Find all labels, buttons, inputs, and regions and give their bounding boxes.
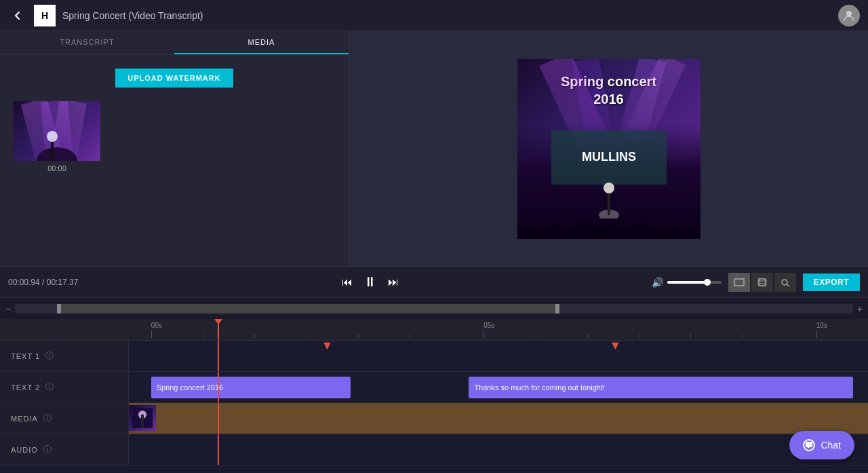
tab-media[interactable]: MEDIA <box>174 31 349 54</box>
ruler-label-0s: 00s <box>151 322 162 329</box>
volume-icon: 🔊 <box>652 277 663 288</box>
media-content[interactable] <box>129 403 868 434</box>
svg-rect-7 <box>608 191 610 215</box>
row-label-audio: AUDIO ⓘ <box>0 434 129 465</box>
svg-point-8 <box>604 183 614 193</box>
timeline-row-media: MEDIA ⓘ <box>0 403 868 434</box>
ruler-label-5s: 05s <box>484 322 494 329</box>
svg-rect-9 <box>734 279 744 286</box>
total-time: 00:17.37 <box>47 278 79 287</box>
timeline-row-text2: TEXT 2 ⓘ Spring concert 2016 Thanks so m… <box>0 372 868 403</box>
thumbnail-timestamp: 00:00 <box>47 164 66 172</box>
tab-transcript[interactable]: TRANSCRIPT <box>0 31 174 54</box>
chat-label: Chat <box>821 440 841 451</box>
header: H Spring Concert (Video Transcript) <box>0 0 868 31</box>
zoom-out-button[interactable]: − <box>5 303 11 314</box>
svg-point-13 <box>782 280 787 285</box>
arrow-indicator-1: ▼ <box>321 341 333 352</box>
media-thumbnail-container: 00:00 <box>14 101 100 172</box>
svg-rect-10 <box>759 279 766 286</box>
chat-icon <box>803 439 815 451</box>
zoom-track[interactable] <box>15 304 853 314</box>
zoom-handle-left[interactable] <box>57 304 61 314</box>
view-crop-button[interactable] <box>751 273 773 292</box>
stage-area: MULLINS <box>517 124 701 239</box>
audio-content[interactable] <box>129 434 868 465</box>
text1-info-icon[interactable]: ⓘ <box>45 350 54 362</box>
view-zoom-button[interactable] <box>774 273 796 292</box>
text1-content[interactable]: ▼ ▼ <box>129 341 868 371</box>
text-block-2[interactable]: Thanks so much for coming out tonight! <box>469 377 853 398</box>
timeline: 00s 05s 10s TE <box>0 319 868 473</box>
time-display: 00:00.94 / 00:17.37 <box>8 278 90 287</box>
media-clip[interactable] <box>129 405 156 431</box>
ruler-area: 00s 05s 10s <box>129 319 868 340</box>
tab-bar: TRANSCRIPT MEDIA <box>0 31 349 55</box>
fast-forward-button[interactable]: ⏭ <box>388 276 399 288</box>
app-logo: H <box>34 5 56 26</box>
zoom-handle-right[interactable] <box>555 304 559 314</box>
svg-point-3 <box>47 131 58 142</box>
text-block-1[interactable]: Spring concert 2016 <box>151 377 351 398</box>
arrow-indicator-2: ▼ <box>610 341 622 352</box>
timeline-rows: TEXT 1 ⓘ ▼ ▼ TEXT 2 <box>0 341 868 473</box>
ruler-label-10s: 10s <box>816 322 827 329</box>
back-button[interactable] <box>8 6 27 25</box>
playhead <box>218 341 219 371</box>
chat-button[interactable]: Chat <box>789 431 854 459</box>
video-preview: Spring concert 2016 MULLINS <box>517 59 701 239</box>
zoom-in-button[interactable]: + <box>857 303 863 314</box>
media-info-icon[interactable]: ⓘ <box>43 413 52 424</box>
audio-info-icon[interactable]: ⓘ <box>43 444 52 455</box>
row-label-media: MEDIA ⓘ <box>0 403 129 434</box>
play-pause-button[interactable]: ⏸ <box>363 274 377 290</box>
playhead-audio <box>218 434 219 465</box>
svg-point-1 <box>37 147 77 161</box>
svg-point-0 <box>846 11 852 16</box>
row-label-text1: TEXT 1 ⓘ <box>0 341 129 371</box>
playhead-text2 <box>218 372 219 402</box>
volume-control: 🔊 <box>652 277 722 288</box>
timeline-row-audio: AUDIO ⓘ <box>0 434 868 466</box>
rewind-button[interactable]: ⏮ <box>342 276 353 288</box>
svg-line-14 <box>787 284 789 286</box>
text2-content[interactable]: Spring concert 2016 Thanks so much for c… <box>129 372 868 402</box>
controls-bar: 00:00.94 / 00:17.37 ⏮ ⏸ ⏭ 🔊 EXPORT <box>0 266 868 297</box>
export-button[interactable]: EXPORT <box>803 273 860 291</box>
media-panel-content: UPLOAD WATERMARK 00:00 <box>0 55 349 266</box>
upload-watermark-button[interactable]: UPLOAD WATERMARK <box>115 69 233 88</box>
timeline-ruler: 00s 05s 10s <box>0 319 868 341</box>
playhead-media <box>218 403 219 434</box>
svg-text:MULLINS: MULLINS <box>582 150 636 164</box>
svg-rect-17 <box>141 415 144 428</box>
media-thumbnail[interactable] <box>14 101 100 161</box>
current-time: 00:00.94 <box>8 278 40 287</box>
volume-slider[interactable] <box>667 281 722 284</box>
video-preview-panel: Spring concert 2016 MULLINS <box>349 31 868 266</box>
main-area: TRANSCRIPT MEDIA UPLOAD WATERMARK <box>0 31 868 266</box>
row-label-text2: TEXT 2 ⓘ <box>0 372 129 402</box>
view-fit-button[interactable] <box>728 273 750 292</box>
text2-info-icon[interactable]: ⓘ <box>45 381 54 393</box>
timeline-row-text1: TEXT 1 ⓘ ▼ ▼ <box>0 341 868 372</box>
avatar[interactable] <box>838 5 860 26</box>
left-panel: TRANSCRIPT MEDIA UPLOAD WATERMARK <box>0 31 349 266</box>
timeline-zoom-scrubber: − + <box>0 297 868 319</box>
page-title: Spring Concert (Video Transcript) <box>62 10 831 21</box>
view-buttons <box>728 273 796 292</box>
